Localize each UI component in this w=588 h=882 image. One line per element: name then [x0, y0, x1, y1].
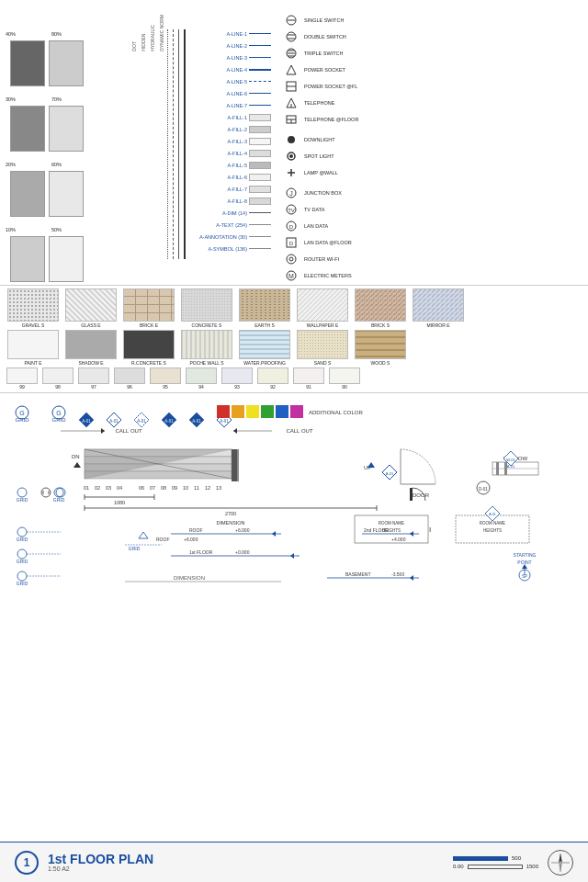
svg-text:DIMENSION: DIMENSION [174, 575, 205, 581]
svg-text:DN: DN [72, 454, 80, 459]
svg-text:DIMENSION: DIMENSION [216, 520, 244, 526]
svg-text:2700: 2700 [225, 511, 236, 516]
swatch-dark-4 [10, 236, 45, 282]
scale-bar-1500 [468, 865, 523, 869]
mat-mirror: MIRROR E [411, 288, 466, 328]
symbol-label-electric-meters: ELECTRIC METERS [304, 273, 352, 278]
svg-rect-78 [237, 449, 239, 481]
symbol-telephone: TELEPHONE [284, 96, 582, 110]
svg-text:03: 03 [106, 485, 111, 491]
line-item-4: A-LINE-4 [185, 63, 277, 75]
num-swatches-row: 99 98 97 96 95 94 [6, 368, 582, 390]
symbol-label-triple-switch: TRIPLE SWITCH [304, 51, 343, 56]
svg-text:G: G [19, 410, 24, 416]
materials-section: GRAVEL S GLASS E BRICK E CONCRETE S EART… [0, 285, 588, 392]
svg-marker-157 [410, 575, 413, 581]
svg-text:08: 08 [161, 485, 166, 491]
svg-point-159 [41, 488, 51, 497]
svg-text:BASEMENT: BASEMENT [345, 571, 371, 577]
swatch-light-2 [49, 106, 84, 152]
symbol-label-single-switch: SINGLE SWITCH [304, 17, 344, 23]
svg-marker-61 [101, 428, 105, 434]
mat-gravel: GRAVEL S [6, 288, 61, 328]
svg-marker-124 [272, 531, 276, 537]
swatch-dark-3 [10, 171, 45, 217]
svg-text:D-01: D-01 [479, 487, 488, 492]
floor-title: 1st FLOOR PLAN [48, 853, 153, 865]
mat-brick: BRICK E [121, 288, 176, 328]
line-item-1: A-LINE-1 [185, 28, 277, 40]
line-item-3: A-LINE-3 [185, 51, 277, 63]
svg-text:STARTING: STARTING [514, 552, 537, 558]
symbol-label-router-wifi: ROUTER WI-FI [304, 256, 339, 262]
svg-point-105 [54, 488, 63, 497]
svg-text:A-01: A-01 [164, 419, 174, 424]
line-items-panel: A-LINE-1 A-LINE-2 A-LINE-3 A-LINE-4 A-LI… [185, 7, 277, 283]
svg-text:GRID: GRID [17, 537, 28, 542]
swatch-light-4 [49, 236, 84, 282]
svg-text:W-01: W-01 [506, 458, 515, 462]
svg-point-17 [288, 136, 295, 143]
line-item-dim: A-DIM (14) [185, 207, 277, 219]
svg-text:HEIGHTS: HEIGHTS [483, 528, 502, 533]
symbol-label-junction-box: JUNCTION BOX [304, 190, 342, 196]
symbol-lan-data: D LAN DATA [284, 219, 582, 233]
floor-subtitle: 1:50 A2 [48, 865, 153, 872]
swatch-dark-1 [10, 40, 45, 86]
svg-text:1080: 1080 [114, 500, 125, 505]
symbol-lamp-wall: LAMP @WALL [284, 165, 582, 180]
line-item-2: A-LINE-2 [185, 40, 277, 51]
line-item-fill8: A-FILL-8 [185, 195, 277, 207]
svg-text:M: M [288, 273, 294, 279]
svg-text:A-01: A-01 [192, 419, 201, 424]
symbol-label-telephone: TELEPHONE [304, 100, 334, 106]
svg-marker-66 [74, 462, 81, 468]
svg-text:GRID: GRID [53, 497, 65, 503]
symbol-telephone-floor: TELEPHONE @FLOOR [284, 112, 582, 127]
mat-earth: EARTH S [237, 288, 292, 328]
symbol-single-switch: SINGLE SWITCH [284, 13, 582, 28]
svg-text:ROOF: ROOF [156, 537, 169, 542]
mat-rconcrete: R.CONCRETE S [121, 330, 176, 366]
svg-text:A-01: A-01 [82, 419, 91, 424]
mat-wood: WOOD S [353, 330, 408, 366]
swatch-dark-2 [10, 106, 45, 152]
svg-text:01: 01 [84, 485, 89, 491]
svg-text:A-01: A-01 [507, 464, 515, 469]
scale-zero: 0.00 [453, 864, 464, 869]
svg-text:GRID: GRID [129, 546, 141, 551]
symbols-panel: SINGLE SWITCH DOUBLE SWITCH TRIPLE SWITC… [277, 7, 582, 283]
svg-text:GRID: GRID [17, 581, 28, 586]
pct-80: 80% [51, 31, 62, 37]
svg-text:10: 10 [183, 485, 188, 491]
line-type-dot: DOT [131, 15, 137, 51]
svg-point-104 [17, 488, 27, 497]
floor-number-circle: 1 [15, 851, 39, 875]
line-type-hydraulic: HYDRAULIC [150, 15, 155, 51]
mat-poche: POCHE WALL S [179, 330, 234, 366]
pct-70: 70% [51, 96, 62, 102]
svg-text:A-01: A-01 [386, 471, 394, 476]
symbol-triple-switch: TRIPLE SWITCH [284, 46, 582, 61]
symbol-label-power-socket: POWER SOCKET [304, 67, 345, 73]
swatch-row-4: 10% 50% [6, 227, 134, 277]
svg-text:ROOM NAME: ROOM NAME [379, 521, 404, 526]
line-types-panel: DOT HIDDEN HYDRAULIC DYNAMIC NORM [134, 7, 185, 283]
swatch-light-1 [49, 40, 84, 86]
svg-rect-53 [232, 405, 244, 418]
symbol-label-spot-light: SPOT LIGHT [304, 153, 334, 159]
line-type-hidden: HIDDEN [141, 15, 146, 51]
svg-point-30 [287, 254, 296, 264]
symbol-label-lan-data-floor: LAN DATA @FLOOR [304, 240, 352, 245]
svg-text:I: I [429, 526, 431, 534]
svg-point-2 [287, 32, 296, 41]
pct-10: 10% [6, 227, 16, 232]
line-item-7: A-LINE-7 [185, 99, 277, 111]
svg-text:02: 02 [95, 485, 100, 491]
svg-text:A-01: A-01 [489, 513, 495, 516]
pct-50: 50% [51, 227, 62, 232]
num-93: 93 [220, 368, 254, 390]
swatch-row-1: 40% 80% [6, 31, 134, 82]
line-item-fill5: A-FILL-5 [185, 159, 277, 171]
svg-text:06: 06 [139, 485, 144, 491]
